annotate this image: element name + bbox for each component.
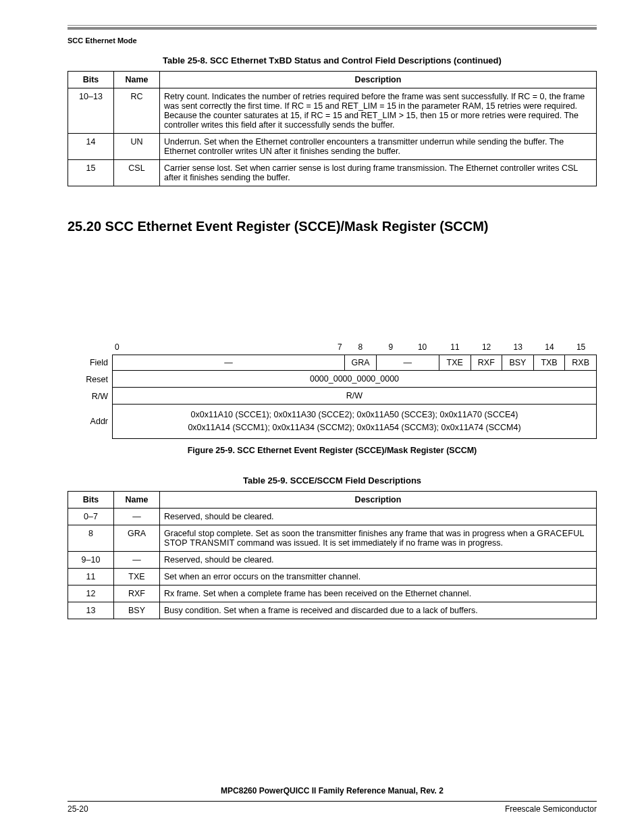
cell-bits: 12 — [68, 585, 114, 602]
field-txe: TXE — [439, 355, 471, 371]
bitnum-13: 13 — [502, 342, 534, 355]
table-header-row: Bits Name Description — [68, 491, 597, 508]
table1-caption: Table 25-8. SCC Ethernet TxBD Status and… — [68, 55, 597, 66]
th-bits: Bits — [68, 491, 114, 508]
reset-value: 0000_0000_0000_0000 — [112, 371, 597, 388]
cell-bits: 14 — [68, 134, 114, 160]
scce-sccm-table: Bits Name Description 0–7 — Reserved, sh… — [68, 491, 597, 619]
cell-bits: 0–7 — [68, 508, 114, 525]
cell-bits: 8 — [68, 525, 114, 551]
bitnum-9: 9 — [389, 342, 394, 355]
th-name: Name — [114, 491, 160, 508]
footer-title: MPC8260 PowerQUICC II Family Reference M… — [68, 786, 597, 796]
cell-desc: Rx frame. Set when a complete frame has … — [160, 585, 597, 602]
addr-value: 0x0x11A10 (SCCE1); 0x0x11A30 (SCCE2); 0x… — [112, 405, 597, 439]
addr-line2: 0x0x11A14 (SCCM1); 0x0x11A34 (SCCM2); 0x… — [188, 423, 520, 432]
bitnum-10: 10 — [418, 342, 427, 355]
row-label-field: Field — [68, 355, 112, 371]
bitnum-14: 14 — [534, 342, 566, 355]
cell-name: UN — [114, 134, 160, 160]
bitnum-0: 0 — [115, 342, 119, 352]
bitnum-11: 11 — [439, 342, 471, 355]
cell-bits: 10–13 — [68, 88, 114, 134]
section-label: SCC Ethernet Mode — [68, 36, 597, 45]
bitnum-7: 7 — [338, 342, 342, 352]
bitnum-8: 8 — [345, 342, 377, 355]
th-desc: Description — [160, 491, 597, 508]
cell-desc: Graceful stop complete. Set as soon the … — [160, 525, 597, 551]
cell-name: TXE — [114, 568, 160, 585]
rw-value: R/W — [112, 388, 597, 405]
field-dash2: — — [377, 355, 439, 371]
cell-desc: Retry count. Indicates the number of ret… — [160, 88, 597, 134]
th-name: Name — [114, 72, 160, 88]
cell-name: RXF — [114, 585, 160, 602]
cell-name: — — [114, 551, 160, 568]
cell-desc: Reserved, should be cleared. — [160, 551, 597, 568]
table-row: 9–10 — Reserved, should be cleared. — [68, 551, 597, 568]
field-row: — GRA — TXE RXF BSY TXB RXB — [112, 355, 597, 371]
table-header-row: Bits Name Description — [68, 72, 597, 88]
footer-rule — [68, 801, 597, 802]
cell-desc: Underrun. Set when the Ethernet controll… — [160, 134, 597, 160]
table-row: 0–7 — Reserved, should be cleared. — [68, 508, 597, 525]
bit-numbers: 0 7 8 9 10 11 12 13 14 15 — [112, 342, 597, 355]
page-number: 25-20 — [68, 804, 88, 814]
top-rule — [68, 27, 597, 30]
cell-name: GRA — [114, 525, 160, 551]
th-desc: Description — [160, 72, 597, 88]
field-dash1: — — [113, 355, 345, 371]
row-label-addr: Addr — [68, 405, 112, 439]
table-row: 8 GRA Graceful stop complete. Set as soo… — [68, 525, 597, 551]
cell-name: RC — [114, 88, 160, 134]
section-heading: 25.20 SCC Ethernet Event Register (SCCE)… — [68, 219, 597, 234]
cell-desc: Reserved, should be cleared. — [160, 508, 597, 525]
table-row: 10–13 RC Retry count. Indicates the numb… — [68, 88, 597, 134]
cell-bits: 9–10 — [68, 551, 114, 568]
table-row: 11 TXE Set when an error occurs on the t… — [68, 568, 597, 585]
field-rxb: RXB — [565, 355, 597, 371]
cell-desc: Busy condition. Set when a frame is rece… — [160, 602, 597, 619]
figure-caption: Figure 25-9. SCC Ethernet Event Register… — [68, 446, 597, 455]
txbd-table: Bits Name Description 10–13 RC Retry cou… — [68, 71, 597, 186]
cell-name: CSL — [114, 160, 160, 186]
table2-caption: Table 25-9. SCCE/SCCM Field Descriptions — [68, 475, 597, 486]
th-bits: Bits — [68, 72, 114, 88]
page: SCC Ethernet Mode Table 25-8. SCC Ethern… — [0, 0, 644, 834]
cell-name: BSY — [114, 602, 160, 619]
cell-bits: 13 — [68, 602, 114, 619]
field-gra: GRA — [345, 355, 377, 371]
bitnum-12: 12 — [471, 342, 502, 355]
cell-desc: Carrier sense lost. Set when carrier sen… — [160, 160, 597, 186]
bitnum-15: 15 — [565, 342, 597, 355]
table-row: 15 CSL Carrier sense lost. Set when carr… — [68, 160, 597, 186]
cell-bits: 15 — [68, 160, 114, 186]
footer: MPC8260 PowerQUICC II Family Reference M… — [68, 786, 597, 814]
cell-desc: Set when an error occurs on the transmit… — [160, 568, 597, 585]
register-figure: 0 7 8 9 10 11 12 13 14 15 Field — [68, 342, 597, 439]
table-row: 12 RXF Rx frame. Set when a complete fra… — [68, 585, 597, 602]
field-txb: TXB — [534, 355, 566, 371]
footer-company: Freescale Semiconductor — [505, 804, 597, 814]
field-rxf: RXF — [471, 355, 503, 371]
cell-bits: 11 — [68, 568, 114, 585]
table-row: 14 UN Underrun. Set when the Ethernet co… — [68, 134, 597, 160]
addr-line1: 0x0x11A10 (SCCE1); 0x0x11A30 (SCCE2); 0x… — [191, 410, 518, 419]
table-row: 13 BSY Busy condition. Set when a frame … — [68, 602, 597, 619]
row-label-rw: R/W — [68, 388, 112, 405]
cell-name: — — [114, 508, 160, 525]
row-label-reset: Reset — [68, 371, 112, 388]
field-bsy: BSY — [502, 355, 534, 371]
